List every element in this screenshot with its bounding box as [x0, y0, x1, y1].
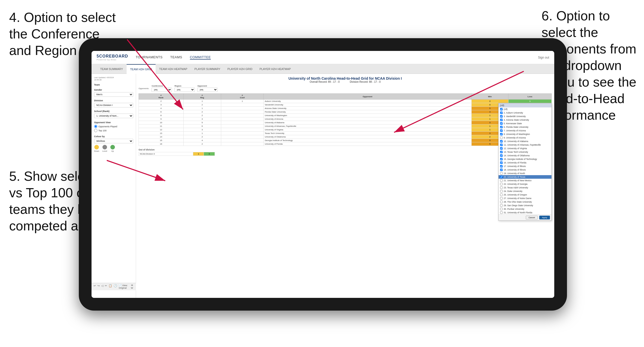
dropdown-item[interactable]: 23. Texas A&M University: [499, 186, 551, 189]
toolbar-undo[interactable]: ↩: [94, 284, 96, 289]
dropdown-item[interactable]: 27. University of Notre Dame: [499, 197, 551, 200]
dropdown-item[interactable]: 16. University of Florida: [499, 161, 551, 164]
dropdown-checkbox[interactable]: [500, 183, 503, 185]
nav-committee[interactable]: COMMITTEE: [190, 55, 211, 60]
sub-nav-h2h-heatmap[interactable]: TEAM H2H HEATMAP: [156, 64, 191, 74]
toolbar-back[interactable]: ◁: [101, 284, 103, 289]
sub-nav-player-h2h-heatmap[interactable]: PLAYER H2H HEATMAP: [256, 64, 294, 74]
dropdown-checkbox[interactable]: [500, 129, 503, 132]
dropdown-checkbox[interactable]: [500, 154, 503, 157]
dropdown-item[interactable]: 19. University of North: [499, 172, 551, 175]
dropdown-checkbox[interactable]: [500, 144, 503, 146]
dropdown-checkbox[interactable]: [500, 161, 503, 164]
dropdown-item[interactable]: 28. The Ohio State University: [499, 200, 551, 204]
dropdown-item[interactable]: 22. University of Georgia: [499, 182, 551, 186]
dropdown-item[interactable]: (All): [499, 107, 551, 111]
conference-filter-select[interactable]: (All): [152, 88, 172, 92]
colour-up: Up: [110, 145, 115, 152]
dropdown-item[interactable]: 15. Georgia Institute of Technology: [499, 157, 551, 161]
dropdown-item[interactable]: 7. University of Arizona: [499, 129, 551, 132]
cell-conf: [221, 142, 263, 146]
cell-reg: 6: [183, 124, 221, 128]
apply-button[interactable]: Apply: [539, 216, 550, 219]
dropdown-item[interactable]: 3. Vanderbilt University: [499, 115, 551, 118]
dropdown-item[interactable]: 21. University of New Mexico: [499, 179, 551, 182]
gender-select[interactable]: Men's: [94, 92, 133, 97]
dropdown-item[interactable]: 25. University of Oregon: [499, 193, 551, 197]
colour-select[interactable]: Win/loss: [94, 139, 133, 143]
nav-teams[interactable]: TEAMS: [170, 55, 182, 60]
dropdown-checkbox[interactable]: [500, 108, 503, 110]
opponent-filter-select[interactable]: (All): [197, 88, 218, 92]
radio-opponents-played[interactable]: Opponents Played: [94, 125, 133, 128]
dropdown-item[interactable]: 11. University of Arkansas, Fayetteville: [499, 143, 551, 147]
toolbar-view-original[interactable]: 📄 View: Original: [119, 284, 129, 289]
dropdown-item[interactable]: 2. Auburn University: [499, 111, 551, 115]
dropdown-checkbox[interactable]: [500, 179, 503, 182]
nav-links: TOURNAMENTS TEAMS COMMITTEE: [136, 55, 538, 60]
nav-signout[interactable]: Sign out: [538, 56, 549, 59]
toolbar-clock[interactable]: 🕐: [114, 284, 117, 289]
division-select[interactable]: NCAA Division I: [94, 103, 133, 107]
toolbar-cut[interactable]: ✂: [105, 284, 107, 289]
dropdown-checkbox[interactable]: [500, 197, 503, 200]
dropdown-checkbox[interactable]: [500, 112, 503, 114]
dropdown-checkbox[interactable]: [500, 115, 503, 118]
toolbar-eye[interactable]: 👁 W: [131, 284, 134, 289]
toolbar-paste[interactable]: 📋: [109, 284, 112, 289]
dropdown-item[interactable]: 8. University of Washington: [499, 132, 551, 136]
dropdown-item[interactable]: 29. San Diego State University: [499, 204, 551, 207]
dropdown-checkbox[interactable]: [500, 211, 503, 214]
dropdown-checkbox[interactable]: [500, 119, 503, 121]
cell-conf: [221, 132, 263, 135]
dropdown-item[interactable]: 9. University of Arizona: [499, 136, 551, 140]
dropdown-checkbox[interactable]: [500, 190, 503, 192]
dropdown-checkbox[interactable]: [500, 133, 503, 135]
dropdown-checkbox[interactable]: [500, 193, 503, 196]
cell-rank: 15: [139, 139, 184, 142]
cell-rank: 2: [139, 100, 184, 103]
cancel-button[interactable]: Cancel: [526, 216, 538, 219]
dropdown-checkbox[interactable]: [500, 186, 503, 189]
dropdown-checkbox[interactable]: [500, 176, 503, 178]
sub-nav-team-summary[interactable]: TEAM SUMMARY: [97, 64, 127, 74]
dropdown-item[interactable]: 30. Purdue University: [499, 207, 551, 211]
dropdown-item[interactable]: 10. University of Alabama: [499, 140, 551, 143]
col-conf: #Conf: [221, 94, 263, 100]
dropdown-item[interactable]: 18. University of Illinois: [499, 168, 551, 172]
opponent-dropdown[interactable]: (All) (All) 2. Auburn University 3. Vand…: [498, 103, 552, 221]
school-select[interactable]: 1. University of Nort...: [94, 114, 133, 118]
dropdown-checkbox[interactable]: [500, 172, 503, 175]
dropdown-checkbox[interactable]: [500, 204, 503, 207]
dropdown-item[interactable]: 17. University of Illinois: [499, 164, 551, 168]
dropdown-item[interactable]: 20. University of Texas: [499, 175, 551, 179]
dropdown-checkbox[interactable]: [500, 147, 503, 150]
dropdown-checkbox[interactable]: [500, 158, 503, 160]
nav-tournaments[interactable]: TOURNAMENTS: [136, 55, 163, 60]
sub-nav-player-h2h-grid[interactable]: PLAYER H2H GRID: [224, 64, 256, 74]
dropdown-item[interactable]: 13. Texas Tech University: [499, 150, 551, 154]
toolbar-redo[interactable]: ↪: [97, 284, 100, 289]
region-filter-label: Region: [174, 85, 195, 87]
radio-top-100[interactable]: Top 100: [94, 129, 133, 132]
dropdown-checkbox[interactable]: [500, 140, 503, 143]
dropdown-item[interactable]: 5. Kennesaw State: [499, 122, 551, 125]
filter-row: Opponents: Conference (All) Region (All): [139, 85, 552, 92]
dropdown-checkbox[interactable]: [500, 201, 503, 203]
dropdown-checkbox[interactable]: [500, 169, 503, 171]
dropdown-checkbox[interactable]: [500, 208, 503, 210]
dropdown-checkbox[interactable]: [500, 165, 503, 168]
dropdown-item[interactable]: 4. Arizona State University: [499, 118, 551, 122]
dropdown-checkbox[interactable]: [500, 126, 503, 128]
dropdown-item[interactable]: 14. University of Oklahoma: [499, 154, 551, 157]
sub-nav-player-summary[interactable]: PLAYER SUMMARY: [191, 64, 224, 74]
dropdown-checkbox[interactable]: [500, 122, 503, 125]
dropdown-item[interactable]: 6. Florida State University: [499, 125, 551, 129]
dropdown-item[interactable]: 12. University of Virginia: [499, 147, 551, 150]
sub-nav-h2h-grid[interactable]: TEAM H2H GRID: [127, 64, 156, 74]
dropdown-item[interactable]: 31. University of North Florida: [499, 211, 551, 214]
region-filter-select[interactable]: (All): [174, 88, 195, 92]
dropdown-checkbox[interactable]: [500, 136, 503, 139]
dropdown-item[interactable]: 24. Duke University: [499, 189, 551, 193]
dropdown-checkbox[interactable]: [500, 151, 503, 153]
